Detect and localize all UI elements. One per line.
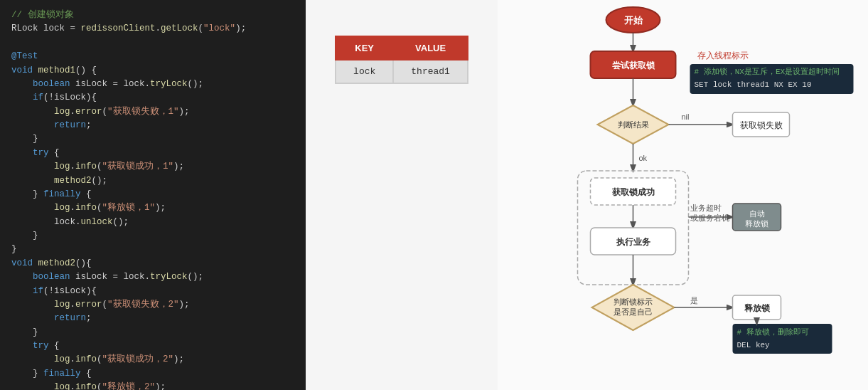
kv-table: KEY VALUE lock thread1: [335, 36, 468, 84]
code-line: try {: [11, 341, 60, 351]
code-line: if(!isLock){: [11, 93, 97, 102]
code-line: boolean isLock = lock.tryLock();: [11, 272, 203, 282]
cell-key: lock: [336, 60, 393, 83]
code-line: } finally {: [11, 369, 92, 379]
code-line: }: [11, 134, 38, 144]
execute-label: 执行业务: [616, 237, 651, 247]
code-line: log.info("释放锁，1");: [11, 203, 166, 213]
auto-release-label2: 释放锁: [745, 219, 768, 228]
code-line: void method1() {: [11, 65, 97, 75]
biz-timeout-label1: 业务超时: [690, 204, 722, 212]
code-panel: // 创建锁对象 RLock lock = redissonClient.get…: [0, 0, 306, 390]
code-line: return;: [11, 120, 92, 130]
table-row: lock thread1: [336, 60, 468, 83]
cell-value: thread1: [393, 60, 468, 83]
flowchart-panel: 开始 存入线程标示 # 添加锁，NX是互斥，EX是设置超时时间 SET lock…: [498, 0, 868, 390]
code1-text: SET lock thread1 NX EX 10: [695, 80, 812, 89]
flowchart-svg: 开始 存入线程标示 # 添加锁，NX是互斥，EX是设置超时时间 SET lock…: [498, 0, 868, 390]
code1-comment: # 添加锁，NX是互斥，EX是设置超时时间: [695, 67, 840, 76]
nil-label: nil: [682, 112, 690, 121]
judge2-label2: 是否是自己: [614, 307, 653, 316]
code-line: log.info("释放锁，2");: [11, 382, 166, 390]
store-label: 存入线程标示: [697, 51, 749, 60]
judge2-label1: 判断锁标示: [614, 297, 653, 306]
code-line: method2();: [11, 176, 107, 186]
code-line: boolean isLock = lock.tryLock();: [11, 79, 203, 89]
code-annotation: @Test: [11, 51, 38, 61]
code-line: lock.unlock();: [11, 217, 129, 227]
code-line: RLock lock = redissonClient.getLock("loc…: [11, 23, 246, 33]
code-line: } finally {: [11, 189, 92, 199]
success-label: 获取锁成功: [612, 187, 655, 197]
judge1-label: 判断结果: [618, 120, 649, 129]
release-label: 释放锁: [744, 303, 771, 313]
auto-release-label1: 自动: [749, 209, 765, 218]
biz-timeout-label2: 或服务宕机: [690, 214, 729, 222]
yes-label: 是: [690, 296, 698, 305]
code2-comment: # 释放锁，删除即可: [737, 328, 809, 337]
code-line: }: [11, 244, 17, 254]
code-line: void method2(){: [11, 258, 92, 268]
code2-text: DEL key: [737, 341, 771, 349]
code-line: return;: [11, 313, 92, 323]
code-line: log.error("获取锁失败，1");: [11, 107, 190, 117]
code-line: if(!isLock){: [11, 286, 97, 296]
code-line: }: [11, 231, 38, 241]
code-line: log.info("获取锁成功，2");: [11, 354, 184, 364]
fail-label: 获取锁失败: [740, 120, 783, 130]
code-line: try {: [11, 148, 60, 158]
col-key-header: KEY: [336, 36, 393, 60]
code-line: }: [11, 327, 38, 337]
table-panel: KEY VALUE lock thread1: [306, 0, 498, 390]
col-value-header: VALUE: [393, 36, 468, 60]
try-lock-label: 尝试获取锁: [612, 60, 655, 70]
code-comment: // 创建锁对象: [11, 10, 74, 20]
ok-label: ok: [639, 154, 648, 162]
code-line: log.info("获取锁成功，1");: [11, 162, 184, 172]
code-line: log.error("获取锁失败，2");: [11, 300, 190, 310]
start-label: 开始: [623, 15, 643, 26]
